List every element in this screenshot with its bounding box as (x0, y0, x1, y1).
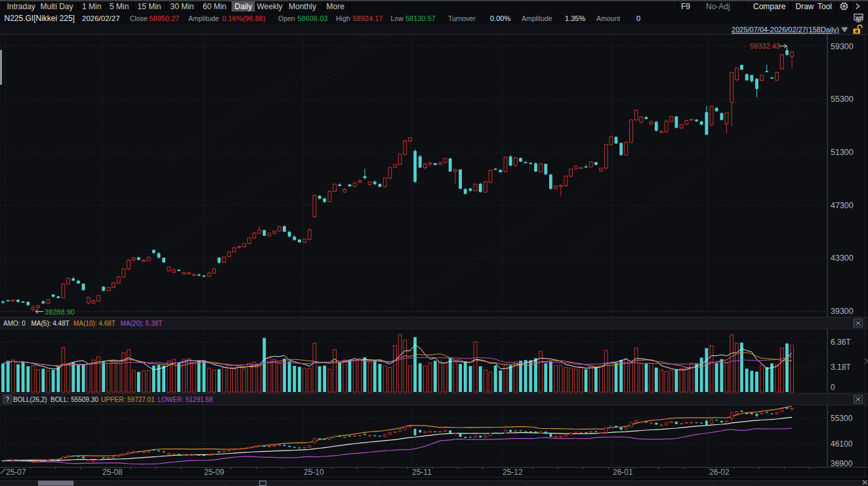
svg-text:Multi Day: Multi Day (41, 2, 73, 11)
svg-text:MA(5): 4.48T: MA(5): 4.48T (31, 320, 70, 327)
svg-text:6.36T: 6.36T (831, 338, 851, 347)
svg-text:43300: 43300 (831, 254, 854, 263)
svg-text:More: More (327, 2, 345, 11)
svg-text:Monthly: Monthly (289, 2, 316, 11)
svg-text:59332.43: 59332.43 (750, 42, 780, 50)
svg-text:Draw: Draw (796, 2, 814, 11)
svg-text:0: 0 (636, 14, 640, 22)
svg-text:Weekly: Weekly (257, 2, 283, 11)
svg-text:58130.57: 58130.57 (405, 14, 436, 22)
svg-text:15 Min: 15 Min (138, 2, 161, 11)
svg-text:58924.17: 58924.17 (353, 14, 383, 22)
svg-text:55300: 55300 (831, 95, 854, 104)
svg-text:Amount: Amount (596, 14, 620, 22)
svg-text:26-02: 26-02 (709, 468, 730, 477)
svg-text:26-01: 26-01 (613, 468, 633, 477)
svg-text:1 Min: 1 Min (82, 2, 101, 11)
svg-text:2025/07/04-2026/02/27(158Daily: 2025/07/04-2026/02/27(158Daily) (732, 26, 839, 33)
svg-text:36900: 36900 (831, 459, 853, 468)
svg-text:MA(20): 5.38T: MA(20): 5.38T (121, 320, 163, 327)
svg-text:High: High (336, 14, 350, 22)
svg-text:5 Min: 5 Min (110, 2, 129, 11)
svg-text:Tool: Tool (817, 2, 832, 11)
svg-text:WP: WP (856, 16, 863, 20)
svg-text:?: ? (6, 396, 10, 403)
svg-text:Turnover: Turnover (448, 14, 476, 22)
svg-text:25-07: 25-07 (6, 468, 26, 477)
svg-text:Close: Close (130, 14, 148, 22)
svg-text:Daily: Daily (235, 2, 253, 11)
svg-text:25-09: 25-09 (204, 468, 224, 477)
svg-text:Open: Open (278, 14, 295, 22)
svg-text:Low: Low (391, 14, 404, 22)
svg-text:BOLL: 55509.30: BOLL: 55509.30 (51, 396, 98, 403)
svg-text:0.16%(96.88): 0.16%(96.88) (222, 14, 266, 22)
svg-text:39288.90: 39288.90 (45, 308, 75, 316)
svg-text:UPPER: 59727.01: UPPER: 59727.01 (101, 396, 155, 403)
svg-text:59300: 59300 (831, 42, 854, 51)
svg-text:1.35%: 1.35% (565, 14, 585, 22)
svg-text:25-12: 25-12 (503, 468, 523, 477)
svg-text:F9: F9 (681, 2, 690, 11)
svg-text:55300: 55300 (831, 414, 853, 423)
svg-text:LOWER: 51291.58: LOWER: 51291.58 (158, 396, 213, 403)
svg-text:30 Min: 30 Min (171, 2, 194, 11)
svg-text:BOLL(26,2): BOLL(26,2) (13, 396, 47, 403)
svg-text:Amplitude: Amplitude (188, 14, 219, 22)
svg-text:58850.27: 58850.27 (150, 14, 180, 22)
svg-text:58606.03: 58606.03 (298, 14, 328, 22)
svg-text:0.00%: 0.00% (490, 14, 510, 22)
svg-text:25-08: 25-08 (102, 468, 123, 477)
svg-text:25-11: 25-11 (412, 468, 432, 477)
svg-text:46100: 46100 (831, 439, 853, 449)
svg-text:2026/02/27: 2026/02/27 (82, 14, 120, 22)
svg-text:Amplitude: Amplitude (522, 14, 552, 22)
svg-text:3.18T: 3.18T (831, 363, 851, 372)
svg-text:N225.GI[Nikkei 225]: N225.GI[Nikkei 225] (5, 14, 75, 23)
svg-text:51300: 51300 (831, 148, 854, 157)
svg-text:AMO: 0: AMO: 0 (3, 320, 26, 327)
svg-text:Compare: Compare (753, 2, 786, 11)
svg-text:60 Min: 60 Min (203, 2, 226, 11)
svg-text:No-Adj: No-Adj (706, 2, 730, 11)
svg-text:MA(10): 4.68T: MA(10): 4.68T (73, 320, 115, 327)
svg-text:39300: 39300 (831, 307, 854, 316)
svg-text:47300: 47300 (831, 201, 854, 210)
svg-text:Intraday: Intraday (7, 2, 35, 11)
svg-text:0: 0 (831, 383, 835, 392)
